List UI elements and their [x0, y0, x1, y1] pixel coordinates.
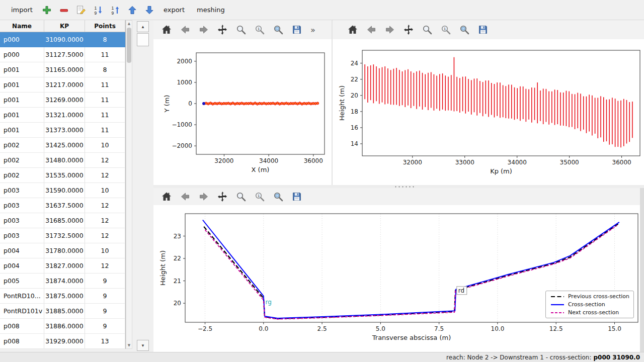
svg-text:22: 22 — [174, 255, 181, 262]
home-button[interactable] — [159, 190, 174, 204]
column-header-kp[interactable]: KP — [44, 20, 85, 32]
scroll-up-icon[interactable]: ▲ — [126, 21, 132, 27]
table-row[interactable]: p00431780.000010 — [0, 243, 125, 258]
table-row[interactable]: p00331637.500012 — [0, 198, 125, 213]
home-button[interactable] — [346, 23, 360, 37]
back-button[interactable] — [178, 23, 192, 37]
table-row[interactable]: p00031127.500011 — [0, 47, 125, 62]
table-row[interactable]: p00331685.000012 — [0, 213, 125, 228]
legend-entry: Previous cross-section — [550, 293, 629, 300]
export-button[interactable]: export — [158, 3, 190, 17]
table-row[interactable]: p00131269.000011 — [0, 93, 125, 108]
svg-text:34000: 34000 — [259, 157, 278, 164]
move-up-button[interactable] — [125, 3, 139, 17]
table-row[interactable]: p00331590.000010 — [0, 183, 125, 198]
pane-scrollbar-thumb[interactable] — [137, 33, 149, 46]
table-row[interactable]: PontRD10...31875.00009 — [0, 289, 125, 304]
svg-text:32000: 32000 — [403, 159, 422, 166]
zoom-original-button[interactable]: 1 — [253, 190, 267, 204]
save-icon — [291, 191, 302, 202]
zoom-original-button[interactable]: 1 — [439, 23, 453, 37]
column-header-name[interactable]: Name — [0, 20, 44, 32]
zoom-region-button[interactable] — [271, 190, 285, 204]
sort-ascending-icon: 19 — [93, 5, 104, 16]
status-current-section: p000 31090.0 — [594, 354, 640, 361]
table-header: Name KP Points — [0, 20, 125, 32]
save-button[interactable] — [476, 23, 490, 37]
zoom-original-icon: 1 — [254, 191, 265, 202]
table-row[interactable]: p00831929.000013 — [0, 334, 125, 349]
table-scrollbar[interactable]: ▲ ▼ — [126, 20, 132, 349]
table-row[interactable]: p00131165.00008 — [0, 62, 125, 77]
zoom-original-button[interactable]: 1 — [253, 23, 267, 37]
svg-text:9: 9 — [94, 10, 97, 15]
forward-button[interactable] — [383, 23, 397, 37]
back-icon — [366, 24, 377, 35]
remove-button[interactable] — [57, 3, 71, 17]
svg-text:15.0: 15.0 — [608, 325, 621, 332]
table-row[interactable]: p00231535.000012 — [0, 168, 125, 183]
zoom-region-icon — [273, 191, 284, 202]
table-row[interactable]: p00031090.00008 — [0, 32, 125, 47]
pan-button[interactable] — [215, 23, 229, 37]
pane-scroll-down-button[interactable]: ▼ — [137, 340, 149, 351]
svg-text:14: 14 — [351, 140, 358, 147]
sort-ascending-button[interactable]: 19 — [91, 3, 105, 17]
vertical-splitter[interactable] — [332, 20, 333, 185]
toolbar-overflow-button[interactable]: » — [310, 25, 315, 35]
svg-text:18: 18 — [351, 108, 358, 115]
cross-section-chart[interactable]: −2.50.02.55.07.510.012.515.020212223Tran… — [185, 214, 638, 322]
home-button[interactable] — [159, 23, 174, 37]
plan-view-chart[interactable]: 320003400036000200010000−1000−2000X (m)Y… — [196, 53, 325, 154]
back-button[interactable] — [178, 190, 192, 204]
back-button[interactable] — [364, 23, 378, 37]
table-row[interactable]: p00431827.000012 — [0, 258, 125, 274]
svg-text:−2000: −2000 — [172, 142, 192, 149]
table-scrollbar-thumb[interactable] — [127, 28, 131, 63]
table-row[interactable]: p00831886.00009 — [0, 319, 125, 334]
zoom-region-button[interactable] — [457, 23, 471, 37]
svg-text:Height (m): Height (m) — [159, 250, 167, 286]
home-icon — [161, 24, 172, 35]
pan-button[interactable] — [215, 190, 229, 204]
meshing-button[interactable]: meshing — [192, 3, 230, 17]
column-header-points[interactable]: Points — [85, 20, 125, 32]
import-button[interactable]: import — [6, 3, 38, 17]
main-toolbar-icons: 1919 — [40, 3, 156, 17]
zoom-button[interactable] — [234, 23, 248, 37]
forward-button[interactable] — [197, 23, 211, 37]
svg-text:1: 1 — [94, 5, 97, 10]
up-triangle-icon: ▲ — [141, 25, 145, 29]
add-button[interactable] — [40, 3, 54, 17]
pane-scroll-up-button[interactable]: ▲ — [137, 21, 149, 32]
table-row[interactable]: p00331732.500012 — [0, 228, 125, 243]
svg-text:2.5: 2.5 — [317, 325, 327, 332]
table-row[interactable]: PontRD101v31885.00009 — [0, 304, 125, 319]
svg-text:−1000: −1000 — [172, 121, 192, 128]
sort-descending-button[interactable]: 19 — [108, 3, 122, 17]
zoom-button[interactable] — [420, 23, 434, 37]
scroll-down-icon[interactable]: ▼ — [126, 342, 132, 348]
table-row[interactable]: p00131217.000011 — [0, 77, 125, 93]
longitudinal-profile-chart[interactable]: 3200033000340003500036000141618202224Kp … — [362, 50, 640, 156]
zoom-region-button[interactable] — [271, 23, 285, 37]
table-row[interactable]: p00131321.000011 — [0, 108, 125, 123]
bottom-panel-scrollbar[interactable] — [640, 188, 644, 352]
chart-legend: Previous cross-sectionCross-sectionNext … — [545, 291, 634, 318]
table-row[interactable]: p00231480.000012 — [0, 153, 125, 168]
move-down-button[interactable] — [142, 3, 156, 17]
forward-button[interactable] — [197, 190, 211, 204]
save-button[interactable] — [290, 23, 304, 37]
table-row[interactable]: p00531874.00009 — [0, 274, 125, 289]
save-button[interactable] — [290, 190, 304, 204]
pan-button[interactable] — [401, 23, 416, 37]
status-text: reach: Node 2 -> Downstream 1 - cross-se… — [446, 354, 591, 361]
table-row[interactable]: p00131373.000011 — [0, 123, 125, 138]
zoom-original-icon: 1 — [440, 24, 451, 35]
table-row[interactable]: p00231425.000010 — [0, 138, 125, 153]
zoom-button[interactable] — [234, 190, 248, 204]
edit-button[interactable] — [74, 3, 88, 17]
down-triangle-icon: ▼ — [141, 343, 145, 348]
section-plot-toolbar: 1 — [153, 188, 640, 205]
remove-icon — [58, 5, 69, 16]
